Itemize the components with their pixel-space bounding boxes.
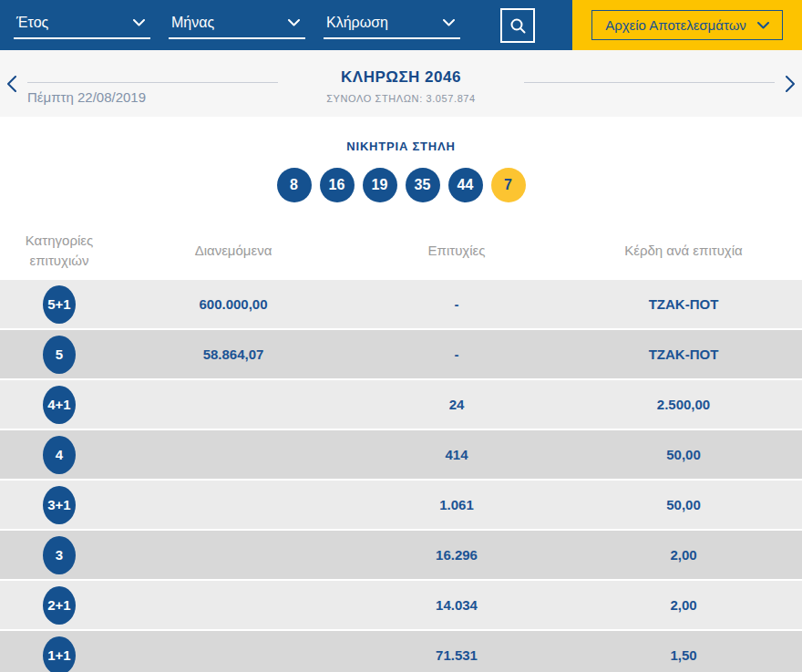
wins-value: 1.061 xyxy=(348,497,565,512)
wins-value: 16.296 xyxy=(348,547,565,563)
results-archive-label: Αρχείο Αποτελεσμάτων xyxy=(605,17,746,33)
draw-dropdown[interactable]: Κλήρωση xyxy=(324,15,460,39)
distributed-value: 600.000,00 xyxy=(118,296,348,312)
winning-column-label: ΝΙΚΗΤΡΙΑ ΣΤΗΛΗ xyxy=(0,140,802,153)
header-wins: Επιτυχίες xyxy=(348,241,565,261)
filter-bar: Έτος Μήνας Κλήρωση Αρχείο Αποτελεσμάτων xyxy=(0,0,802,50)
results-table: Κατηγορίες επιτυχιών Διανεμόμενα Επιτυχί… xyxy=(0,222,802,672)
month-dropdown-label: Μήνας xyxy=(171,15,214,31)
winning-number: 35 xyxy=(406,168,440,202)
table-row: 2+1 14.034 2,00 xyxy=(0,581,802,629)
search-icon xyxy=(509,17,527,35)
results-archive-button[interactable]: Αρχείο Αποτελεσμάτων xyxy=(591,10,783,40)
chevron-down-icon xyxy=(288,19,300,26)
winning-number: 19 xyxy=(363,168,397,202)
chevron-down-icon xyxy=(443,19,455,26)
category-badge: 1+1 xyxy=(43,636,76,672)
wins-value: 414 xyxy=(348,447,565,462)
prize-value: 2,00 xyxy=(565,597,802,613)
winning-numbers: 8 16 19 35 44 7 xyxy=(0,168,802,202)
wins-value: 14.034 xyxy=(348,597,565,613)
prize-value: 2,00 xyxy=(565,547,802,563)
draw-dropdown-label: Κλήρωση xyxy=(326,15,388,31)
winning-number: 8 xyxy=(277,168,312,202)
chevron-down-icon xyxy=(757,22,769,29)
year-dropdown-label: Έτος xyxy=(16,15,48,31)
search-button[interactable] xyxy=(500,8,535,43)
prize-value: ΤΖΑΚ-ΠΟΤ xyxy=(565,296,802,312)
prize-value: 50,00 xyxy=(565,447,802,462)
table-row: 3 16.296 2,00 xyxy=(0,531,802,579)
draw-title-block: ΚΛΗΡΩΣΗ 2046 ΣΥΝΟΛΟ ΣΤΗΛΩΝ: 3.057.874 xyxy=(0,68,802,104)
header-categories: Κατηγορίες επιτυχιών xyxy=(0,231,118,271)
chevron-right-icon xyxy=(786,76,795,92)
table-row: 4+1 24 2.500,00 xyxy=(0,380,802,429)
chevron-down-icon xyxy=(133,19,145,26)
wins-value: 71.531 xyxy=(348,647,565,663)
category-badge: 2+1 xyxy=(43,586,76,625)
header-prize: Κέρδη ανά επιτυχία xyxy=(565,241,802,261)
table-row: 1+1 71.531 1,50 xyxy=(0,631,802,672)
category-badge: 5+1 xyxy=(43,285,76,324)
prize-value: 50,00 xyxy=(565,497,802,512)
table-row: 3+1 1.061 50,00 xyxy=(0,481,802,529)
wins-value: 24 xyxy=(348,397,565,412)
prize-value: ΤΖΑΚ-ΠΟΤ xyxy=(565,346,802,362)
category-badge: 5 xyxy=(43,336,76,374)
divider-line xyxy=(524,82,775,83)
total-columns: ΣΥΝΟΛΟ ΣΤΗΛΩΝ: 3.057.874 xyxy=(0,93,802,104)
year-dropdown[interactable]: Έτος xyxy=(14,15,150,39)
wins-value: - xyxy=(348,296,565,312)
filter-dropdowns: Έτος Μήνας Κλήρωση xyxy=(0,0,460,50)
category-badge: 4+1 xyxy=(43,386,76,424)
table-header-row: Κατηγορίες επιτυχιών Διανεμόμενα Επιτυχί… xyxy=(0,222,802,280)
wins-value: - xyxy=(348,346,565,362)
category-badge: 3+1 xyxy=(43,486,76,524)
winning-column-section: ΝΙΚΗΤΡΙΑ ΣΤΗΛΗ 8 16 19 35 44 7 xyxy=(0,117,802,222)
category-badge: 4 xyxy=(43,436,76,474)
winning-number: 44 xyxy=(448,168,483,202)
next-draw-button[interactable] xyxy=(786,76,795,92)
draw-header: Πέμπτη 22/08/2019 ΚΛΗΡΩΣΗ 2046 ΣΥΝΟΛΟ ΣΤ… xyxy=(0,50,802,117)
month-dropdown[interactable]: Μήνας xyxy=(169,15,305,39)
header-distributed: Διανεμόμενα xyxy=(118,241,348,261)
draw-title: ΚΛΗΡΩΣΗ 2046 xyxy=(0,68,802,87)
prize-value: 2.500,00 xyxy=(565,397,802,412)
joker-number: 7 xyxy=(491,168,526,202)
archive-panel: Αρχείο Αποτελεσμάτων xyxy=(572,0,802,50)
winning-number: 16 xyxy=(320,168,355,202)
table-row: 5 58.864,07 - ΤΖΑΚ-ΠΟΤ xyxy=(0,330,802,378)
category-badge: 3 xyxy=(43,536,76,574)
distributed-value: 58.864,07 xyxy=(118,346,348,362)
table-row: 5+1 600.000,00 - ΤΖΑΚ-ΠΟΤ xyxy=(0,280,802,328)
prize-value: 1,50 xyxy=(565,647,802,663)
table-row: 4 414 50,00 xyxy=(0,430,802,479)
